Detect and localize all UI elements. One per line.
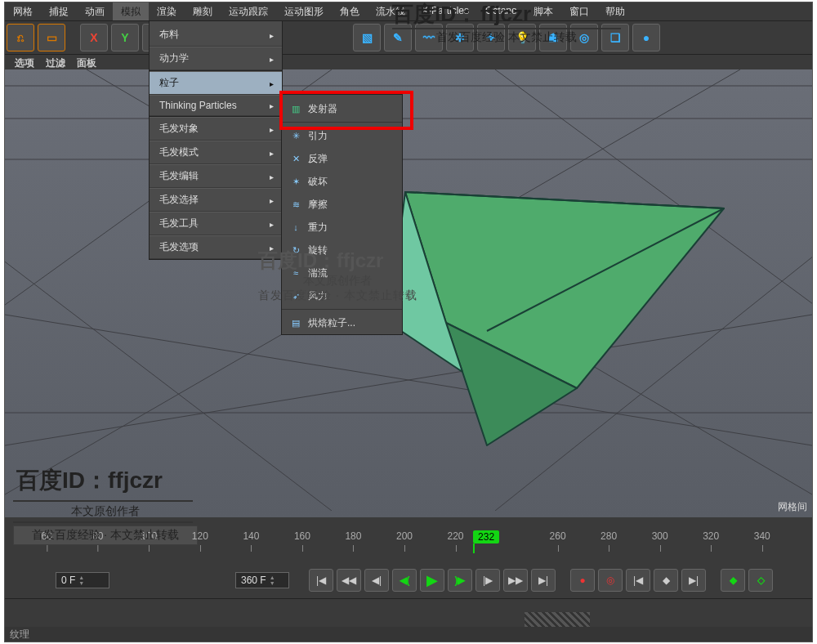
emitter-icon: ▥ xyxy=(288,101,303,116)
3d-viewport[interactable] xyxy=(5,69,812,517)
gravity-icon: ↓ xyxy=(288,220,303,235)
menu-item[interactable]: 捕捉 xyxy=(41,2,77,21)
timeline-tick: 300 xyxy=(652,530,668,542)
menu-item[interactable]: 网格 xyxy=(5,2,41,21)
menu-item[interactable]: 毛发工具 xyxy=(150,212,282,235)
wind-icon: ➶ xyxy=(288,288,303,303)
human-icon[interactable]: ☗ xyxy=(539,24,567,51)
go-start-button[interactable]: |◀ xyxy=(309,569,333,592)
menu-item[interactable]: 模拟 xyxy=(113,2,149,21)
key-prev-button[interactable]: |◀ xyxy=(626,569,650,592)
menu-item[interactable]: ✳引力 xyxy=(282,124,402,147)
menu-item[interactable]: 布料 xyxy=(150,24,282,47)
menu-item[interactable]: 动画 xyxy=(77,2,113,21)
camera-icon[interactable]: ✦ xyxy=(477,24,505,51)
menu-item[interactable]: 渲染 xyxy=(149,2,185,21)
timeline-playhead[interactable]: 232 xyxy=(473,530,499,543)
turb-icon: ≈ xyxy=(288,266,303,280)
tool-button[interactable]: ▭ xyxy=(38,24,65,51)
pen-icon[interactable]: ✎ xyxy=(384,24,412,51)
menu-item[interactable]: ✕反弹 xyxy=(282,147,402,170)
sphere-icon[interactable]: ● xyxy=(632,24,660,51)
menu-item[interactable]: ≈湍流 xyxy=(282,262,402,284)
subtab-options[interactable]: 选项 xyxy=(15,56,34,70)
timeline-ruler[interactable]: 6080100120140160180200220260280300320340… xyxy=(5,530,812,561)
menu-item[interactable]: ➶风力 xyxy=(282,284,402,307)
menu-item[interactable]: ▤烘焙粒子... xyxy=(282,311,402,334)
bend-icon[interactable]: 〰 xyxy=(415,24,443,51)
timeline-tick: 340 xyxy=(754,530,770,542)
step-back-button[interactable]: ◀| xyxy=(364,569,389,592)
menu-item[interactable]: 毛发模式 xyxy=(150,141,282,164)
particle-submenu: ▥发射器✳引力✕反弹✶破坏≋摩擦↓重力↻旋转≈湍流➶风力▤烘焙粒子... xyxy=(281,94,403,335)
play-fwd-button[interactable]: )▶ xyxy=(448,569,472,592)
frame-end-input[interactable]: 360 F ▲▼ xyxy=(235,572,289,588)
menu-item[interactable]: 毛发对象 xyxy=(150,117,282,141)
frame-start-input[interactable]: 0 F ▲▼ xyxy=(56,572,109,588)
menu-item-label: 引力 xyxy=(308,129,328,143)
menu-item[interactable]: 脚本 xyxy=(525,2,561,21)
go-end-button[interactable]: ▶| xyxy=(531,569,556,592)
main-menu-bar: 网格捕捉动画模拟渲染雕刻运动跟踪运动图形角色流水线X-ParticlesOcta… xyxy=(5,2,812,20)
menu-item[interactable]: 流水线 xyxy=(368,2,413,21)
key-set-button[interactable]: ◆ xyxy=(654,569,678,592)
menu-item[interactable]: ✶破坏 xyxy=(282,170,402,193)
menu-item[interactable]: X-Particles xyxy=(413,2,477,21)
subtab-filter[interactable]: 过滤 xyxy=(46,56,65,70)
target-icon[interactable]: ◎ xyxy=(570,24,598,51)
menu-item[interactable]: 雕刻 xyxy=(185,2,221,21)
marker-a-button[interactable]: ◆ xyxy=(721,569,745,592)
timeline-tick: 220 xyxy=(448,530,464,542)
menu-item-label: 湍流 xyxy=(308,266,328,280)
simulate-menu: 布料动力学粒子Thinking Particles毛发对象毛发模式毛发编辑毛发选… xyxy=(149,20,283,260)
status-bar: 纹理 xyxy=(5,627,812,642)
menu-item[interactable]: 窗口 xyxy=(561,2,597,21)
menu-item[interactable]: ≋摩擦 xyxy=(282,193,402,216)
menu-item[interactable]: 角色 xyxy=(332,2,368,21)
menu-item[interactable]: Thinking Particles xyxy=(150,95,282,116)
axis-y-button[interactable]: Y xyxy=(111,24,139,51)
menu-item[interactable]: ↻旋转 xyxy=(282,239,402,262)
menu-item[interactable]: 运动跟踪 xyxy=(221,2,276,21)
atom-icon[interactable]: ✲ xyxy=(446,24,474,51)
marker-b-button[interactable]: ◇ xyxy=(748,569,773,592)
tool-button[interactable]: ⎌ xyxy=(7,24,34,51)
attract-icon: ✳ xyxy=(288,128,303,143)
menu-item-label: 风力 xyxy=(308,289,328,303)
autokey-button[interactable]: ◎ xyxy=(598,569,623,592)
play-forward-button[interactable]: ▶ xyxy=(420,569,444,592)
menu-item[interactable]: 动力学 xyxy=(150,47,282,70)
menu-item[interactable]: 运动图形 xyxy=(276,2,332,21)
viewport-grid-label: 网格间 xyxy=(778,500,807,514)
menu-item[interactable]: ↓重力 xyxy=(282,216,402,239)
menu-item[interactable]: Octane xyxy=(477,2,525,21)
light-icon[interactable]: 💡 xyxy=(508,24,536,51)
step-fwd-button[interactable]: |▶ xyxy=(475,569,500,592)
timeline-tick: 100 xyxy=(141,530,157,542)
deflect-icon: ✕ xyxy=(288,151,303,166)
cube-icon[interactable]: ▧ xyxy=(353,24,381,51)
key-next-button[interactable]: ▶| xyxy=(681,569,706,592)
menu-item[interactable]: ▥发射器 xyxy=(282,97,402,120)
menu-item[interactable]: 帮助 xyxy=(597,2,633,21)
menu-item[interactable]: 毛发选择 xyxy=(150,188,282,212)
prev-key-button[interactable]: ◀◀ xyxy=(337,569,361,592)
bottom-panel xyxy=(5,598,812,627)
resize-handle[interactable] xyxy=(525,612,590,627)
axis-x-button[interactable]: X xyxy=(80,24,108,51)
menu-item-label: 旋转 xyxy=(308,244,328,257)
next-key-button[interactable]: ▶▶ xyxy=(503,569,528,592)
menu-item[interactable]: 毛发编辑 xyxy=(150,164,282,188)
friction-icon: ≋ xyxy=(288,197,303,212)
menu-item-label: 破坏 xyxy=(308,175,328,189)
paper-plane-object[interactable] xyxy=(5,69,812,511)
playback-bar: 0 F ▲▼ 360 F ▲▼ |◀ ◀◀ ◀| ◀( ▶ )▶ |▶ ▶▶ ▶… xyxy=(5,561,812,599)
timeline-tick: 60 xyxy=(42,530,52,542)
subtab-panel[interactable]: 面板 xyxy=(77,56,96,70)
menu-item[interactable]: 粒子 xyxy=(150,71,282,95)
menu-item[interactable]: 毛发选项 xyxy=(150,235,282,259)
play-back-button[interactable]: ◀( xyxy=(392,569,417,592)
layers-icon[interactable]: ❏ xyxy=(601,24,629,51)
viewport-subtabs: 选项 过滤 面板 xyxy=(15,56,96,70)
record-button[interactable]: ● xyxy=(570,569,595,592)
